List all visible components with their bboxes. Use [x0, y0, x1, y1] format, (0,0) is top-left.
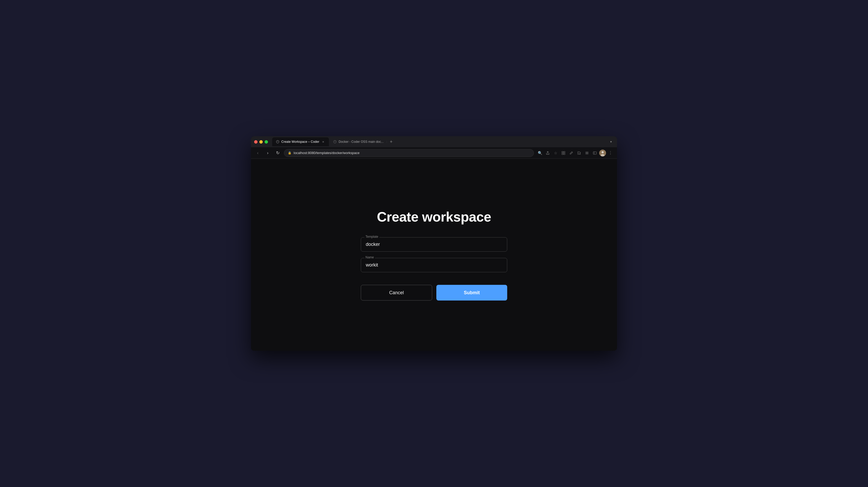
address-actions: 🔍 ☆ — [536, 150, 614, 156]
template-label: Template — [365, 235, 379, 239]
back-button[interactable]: ‹ — [254, 149, 261, 157]
svg-point-9 — [601, 151, 604, 153]
address-bar: ‹ › ↻ 🔒 localhost:8080/templates/docker/… — [251, 147, 617, 159]
zoom-icon[interactable]: 🔍 — [536, 150, 543, 156]
template-field-group: Template — [361, 237, 507, 252]
svg-rect-4 — [562, 153, 563, 155]
maximize-button[interactable] — [265, 140, 268, 144]
page-title: Create workspace — [377, 209, 491, 225]
svg-point-0 — [276, 141, 279, 143]
name-label: Name — [365, 255, 375, 259]
menu-icon[interactable] — [584, 150, 590, 156]
reload-button[interactable]: ↻ — [274, 149, 281, 157]
coder-tab-icon-2 — [333, 140, 337, 144]
svg-rect-6 — [593, 152, 596, 154]
tabs-dropdown[interactable]: ▾ — [608, 139, 614, 145]
pen-icon[interactable] — [568, 150, 575, 156]
form-buttons: Cancel Submit — [361, 285, 507, 301]
svg-rect-5 — [564, 153, 565, 155]
svg-rect-2 — [562, 151, 563, 153]
lock-icon: 🔒 — [288, 151, 291, 155]
svg-rect-3 — [564, 151, 565, 153]
submit-button[interactable]: Submit — [436, 285, 507, 301]
title-bar: Create Workspace – Coder ✕ Docker - Code… — [251, 136, 617, 147]
form-container: Create workspace Template Name Cancel Su… — [361, 209, 507, 301]
page-content: Create workspace Template Name Cancel Su… — [251, 159, 617, 351]
tab-2-close[interactable]: ✕ — [385, 140, 387, 144]
tab-create-workspace[interactable]: Create Workspace – Coder ✕ — [272, 137, 329, 146]
template-input[interactable] — [361, 237, 507, 252]
extensions-icon[interactable] — [576, 150, 583, 156]
tabs-bar: Create Workspace – Coder ✕ Docker - Code… — [272, 137, 614, 146]
name-input[interactable] — [361, 258, 507, 272]
sidebar-icon[interactable] — [591, 150, 598, 156]
url-bar[interactable]: 🔒 localhost:8080/templates/docker/worksp… — [284, 149, 534, 157]
more-options-icon[interactable]: ⋮ — [607, 150, 614, 156]
close-button[interactable] — [254, 140, 257, 144]
minimize-button[interactable] — [259, 140, 263, 144]
forward-button[interactable]: › — [264, 149, 271, 157]
new-tab-button[interactable]: + — [388, 138, 395, 145]
coder-tab-icon — [276, 140, 279, 144]
svg-point-1 — [334, 141, 337, 143]
cancel-button[interactable]: Cancel — [361, 285, 432, 301]
tab-1-close[interactable]: ✕ — [321, 140, 325, 144]
browser-window: Create Workspace – Coder ✕ Docker - Code… — [251, 136, 617, 351]
avatar[interactable] — [599, 150, 606, 156]
tab-1-label: Create Workspace – Coder — [281, 140, 319, 144]
traffic-lights — [254, 140, 268, 144]
tab-2-label: Docker - Coder OSS main doc... — [339, 140, 383, 144]
grid-icon[interactable] — [560, 150, 567, 156]
tab-docker-docs[interactable]: Docker - Coder OSS main doc... ✕ — [330, 137, 387, 146]
name-field-group: Name — [361, 258, 507, 272]
share-icon[interactable] — [544, 150, 551, 156]
url-text: localhost:8080/templates/docker/workspac… — [293, 151, 360, 155]
bookmark-icon[interactable]: ☆ — [552, 150, 559, 156]
